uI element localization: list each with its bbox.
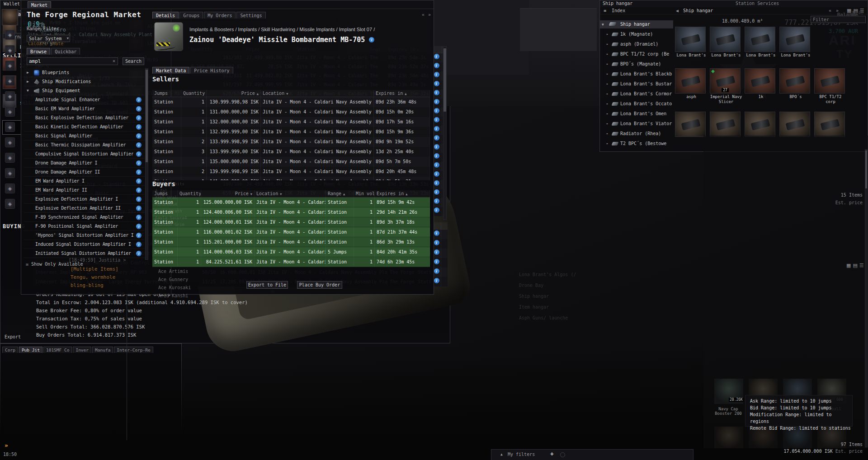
details-view-icon[interactable]: ☰ [860, 8, 864, 14]
list-view-icon[interactable]: ▤ [853, 8, 858, 14]
info-icon[interactable]: i [136, 115, 142, 121]
collapsed-arrow-icon[interactable]: ▸ [606, 79, 609, 89]
collapsed-arrow-icon[interactable]: ▸ [606, 39, 609, 49]
ship-thumbnail[interactable] [675, 112, 706, 137]
info-icon[interactable]: i [434, 126, 439, 131]
chat-tab[interactable]: Corp [2, 347, 18, 353]
ship-thumbnail[interactable] [710, 112, 741, 137]
market-tree-item[interactable]: Basic Thermic Dissipation Amplifier i [24, 141, 145, 150]
ship-thumbnail[interactable] [814, 112, 845, 137]
info-icon[interactable]: i [136, 124, 142, 130]
info-icon[interactable]: i [136, 206, 142, 211]
expand-icon[interactable]: » [5, 442, 8, 449]
hangar-tree-item[interactable]: ▸ Lona Brant's Occato [600, 99, 673, 109]
hangar-tree-root[interactable]: ▼ Ship hangar [600, 20, 673, 28]
chat-tab[interactable]: Pub Jit [19, 347, 42, 353]
item-icon[interactable] [714, 427, 743, 448]
detail-tab[interactable]: Details [152, 12, 179, 19]
info-icon[interactable]: i [136, 224, 142, 229]
market-tree-item[interactable]: Amplitude Signal Enhancer i [24, 95, 145, 104]
hangar-tree-item[interactable]: ▸ Lona Brant's Bustar [600, 79, 673, 89]
buy-order-row[interactable]: Station 1 124.400.006,00 ISK Jita IV - M… [152, 207, 430, 217]
sell-order-row[interactable]: Station 1 130.999.998,98 ISK Jita IV - M… [152, 97, 430, 107]
tree-arrow-icon[interactable]: ▶ [27, 77, 29, 86]
search-input[interactable] [27, 57, 118, 65]
show-only-available-checkbox[interactable]: ☒ Show Only Available [26, 262, 83, 267]
selling-scrollbar[interactable] [443, 46, 447, 220]
my-filters-label[interactable]: My filters [508, 452, 535, 457]
sell-order-row[interactable]: Station 1 132.000.000,00 ISK Jita IV - M… [152, 117, 430, 127]
column-header[interactable]: Jumps [152, 190, 178, 197]
info-icon[interactable]: i [434, 108, 439, 113]
market-tree-group[interactable]: ▶ Blueprints [24, 68, 145, 77]
hangar-tree-item[interactable]: ▸ BPC T1/T2 corp (Be [600, 49, 673, 59]
column-header[interactable]: Expires in [374, 90, 430, 97]
column-header[interactable]: Price [207, 90, 261, 97]
hangar-tree-item[interactable]: ▸ Lona Brant's Viator [600, 119, 673, 129]
hangar-tree-item[interactable]: ▸ BPO´s (Magnate) [600, 59, 673, 69]
tree-scrollbar[interactable] [145, 68, 148, 260]
export-to-file-button[interactable]: Export to File [246, 281, 288, 289]
info-icon[interactable]: i [434, 240, 439, 245]
collapsed-arrow-icon[interactable]: ▸ [606, 49, 609, 59]
info-icon[interactable]: i [434, 54, 439, 59]
neocom-icon[interactable]: ◈ [5, 45, 15, 55]
chat-tab[interactable]: Inver [73, 347, 91, 353]
list-view-icon[interactable]: ▤ [853, 263, 857, 268]
info-icon[interactable]: i [434, 135, 439, 141]
checkbox-checked-icon[interactable]: ☒ [26, 262, 28, 267]
info-icon[interactable]: i [136, 242, 142, 247]
info-icon[interactable]: i [136, 215, 142, 220]
column-header[interactable]: Location [261, 90, 374, 97]
buy-order-row[interactable]: Station 1 125.000.000,00 ISK Jita IV - M… [152, 197, 430, 207]
info-icon[interactable]: i [136, 133, 142, 139]
info-icon[interactable]: i [434, 249, 439, 255]
info-icon[interactable]: i [434, 198, 439, 204]
market-tree-group[interactable]: ▶ Ship Modifications [24, 77, 145, 86]
market-nav-tab[interactable]: Browse [27, 48, 50, 55]
info-icon[interactable]: i [434, 90, 439, 95]
info-icon[interactable]: i [434, 117, 439, 122]
market-data-tab[interactable]: Price History [190, 67, 233, 74]
market-tree-item[interactable]: Induced Signal Distortion Amplifier I i [24, 240, 145, 249]
market-tree-item[interactable]: 'Hypnos' Signal Distortion Amplifier I i [24, 231, 145, 240]
export-button[interactable]: Export [5, 334, 21, 339]
expanded-arrow-icon[interactable]: ▼ [600, 23, 604, 27]
column-header[interactable]: Price [201, 190, 255, 197]
info-icon[interactable]: i [136, 188, 142, 193]
collapsed-arrow-icon[interactable]: ▸ [606, 89, 609, 99]
collapsed-arrow-icon[interactable]: ▸ [606, 59, 609, 69]
detail-tab[interactable]: Groups [179, 12, 203, 19]
buy-order-row[interactable]: Station 1 124.000.000,01 ISK Jita IV - M… [152, 217, 430, 227]
pager-next-icon[interactable]: » [428, 12, 431, 17]
detail-tab[interactable]: My Orders [204, 12, 236, 19]
buy-order-row[interactable]: Station 1 84.225.521,61 ISK Jita IV - Mo… [152, 257, 430, 267]
market-tree-item[interactable]: Basic Explosive Deflection Amplifier i [24, 113, 145, 122]
collapsed-arrow-icon[interactable]: ▸ [606, 69, 609, 79]
buy-order-row[interactable]: Station 1 114.000.006,03 ISK Jita IV - M… [152, 247, 430, 257]
market-tree-item[interactable]: Drone Damage Amplifier II i [24, 168, 145, 177]
chat-tab[interactable]: Inter-Corp-Re [114, 347, 153, 353]
info-icon[interactable]: i [136, 251, 142, 256]
info-icon[interactable]: i [434, 230, 439, 236]
market-tree-item[interactable]: Compulsive Signal Distortion Amplifier I… [24, 150, 145, 159]
ship-thumbnail[interactable] [779, 112, 810, 137]
market-tree-item[interactable]: Basic Kinetic Deflection Amplifier i [24, 122, 145, 131]
ship-thumbnail[interactable] [745, 112, 775, 137]
info-icon[interactable]: i [136, 197, 142, 202]
collapsed-arrow-icon[interactable]: ▸ [606, 129, 609, 139]
collapsed-arrow-icon[interactable]: ▸ [606, 119, 609, 129]
sell-order-row[interactable]: Station 1 132.999.999,00 ISK Jita IV - M… [152, 127, 430, 137]
page-prev-icon[interactable]: « [829, 7, 831, 14]
info-icon[interactable]: i [136, 97, 142, 103]
market-tree-item[interactable]: Explosive Deflection Amplifier II i [24, 204, 145, 213]
hangar-tree-item[interactable]: ▸ Lona Brant's Cormor [600, 89, 673, 99]
market-tree-item[interactable]: Basic Signal Amplifier i [24, 131, 145, 141]
info-icon[interactable]: i [434, 207, 439, 213]
collapsed-arrow-icon[interactable]: ▸ [606, 139, 609, 149]
chat-tab[interactable]: 101SMF Co [43, 347, 72, 353]
sell-order-row[interactable]: Station 1 131.000.000,00 ISK Jita IV - M… [152, 107, 430, 117]
buy-order-row[interactable]: Station 1 115.201.000,00 ISK Jita IV - M… [152, 237, 430, 247]
column-header[interactable]: Expires in [375, 190, 430, 197]
collapsed-arrow-icon[interactable]: ▸ [606, 29, 609, 39]
